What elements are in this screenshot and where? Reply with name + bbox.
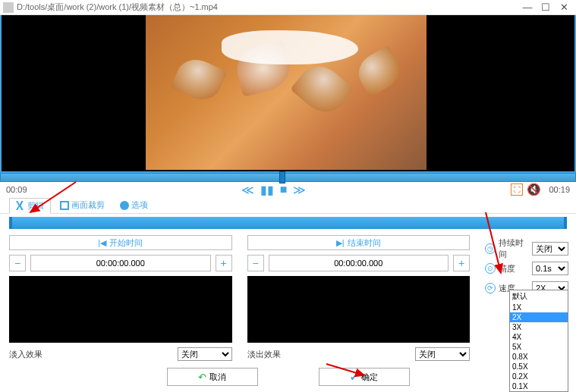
gear-icon	[120, 201, 129, 210]
start-marker-icon: |◀	[98, 238, 106, 248]
speed-option[interactable]: 3X	[510, 322, 568, 332]
transport-bar: 00:09 ≪ ▮▮ ■ ≫ ⛶ 🔇 00:19	[0, 182, 576, 197]
rewind-button[interactable]: ≪	[241, 183, 254, 197]
speed-icon: ⟳	[485, 283, 496, 293]
timeline-handle[interactable]	[279, 171, 285, 183]
fade-in-label: 淡入效果	[9, 349, 172, 360]
precision-select[interactable]: 0.1s	[532, 262, 568, 275]
end-preview	[247, 276, 471, 343]
dialog-buttons: ↶取消 ✔确定	[0, 368, 576, 386]
speed-option[interactable]: 5X	[510, 342, 568, 352]
speed-option[interactable]: 0.1X	[510, 381, 568, 391]
set-end-button[interactable]: ▶|结束时间	[247, 235, 471, 250]
video-frame	[146, 15, 426, 170]
undo-icon: ↶	[198, 372, 206, 383]
speed-option[interactable]: 0.2X	[510, 372, 568, 381]
precision-icon: ⊙	[485, 263, 496, 274]
timeline-slider[interactable]	[0, 173, 576, 182]
end-minus-button[interactable]: −	[247, 255, 264, 271]
start-time-input[interactable]	[30, 255, 211, 271]
start-plus-button[interactable]: +	[216, 255, 232, 271]
speed-option[interactable]: 2X	[510, 312, 568, 322]
scissors-icon	[16, 201, 25, 210]
set-start-button[interactable]: |◀开始时间	[9, 235, 232, 250]
start-minus-button[interactable]: −	[9, 255, 26, 271]
clock-icon: ◷	[485, 243, 496, 254]
crop-icon	[60, 201, 69, 210]
fade-out-select[interactable]: 关闭	[415, 347, 470, 361]
video-preview[interactable]	[0, 15, 576, 173]
stop-button[interactable]: ■	[280, 183, 288, 196]
end-panel: ▶|结束时间 − + 淡出效果 关闭	[247, 235, 471, 361]
minimize-button[interactable]: —	[518, 2, 537, 13]
fade-out-label: 淡出效果	[247, 349, 410, 360]
speed-option[interactable]: 默认	[510, 290, 568, 303]
end-plus-button[interactable]: +	[453, 255, 470, 271]
app-icon	[3, 2, 14, 13]
duration-label: 持续时间	[499, 237, 529, 260]
speed-option[interactable]: 1X	[510, 303, 568, 312]
tab-crop[interactable]: 画面裁剪	[54, 198, 111, 212]
speed-option[interactable]: 0.8X	[510, 352, 568, 362]
window-titlebar: D:/tools/桌面/work (2)/work (1)/视频素材（总）~1.…	[0, 0, 576, 15]
fade-in-select[interactable]: 关闭	[178, 347, 232, 361]
forward-button[interactable]: ≫	[293, 183, 306, 197]
check-icon: ✔	[350, 372, 358, 383]
tabs: 剪辑 画面裁剪 选项	[0, 197, 576, 214]
close-button[interactable]: ✕	[555, 2, 573, 13]
trim-range-bar[interactable]	[9, 217, 567, 229]
window-title: D:/tools/桌面/work (2)/work (1)/视频素材（总）~1.…	[17, 2, 218, 13]
end-marker-icon: ▶|	[336, 238, 345, 248]
duration-select[interactable]: 关闭	[532, 242, 568, 256]
ok-button[interactable]: ✔确定	[319, 368, 410, 386]
tab-trim[interactable]: 剪辑	[9, 198, 51, 214]
mute-icon[interactable]: 🔇	[527, 183, 540, 196]
speed-dropdown-list[interactable]: 默认1X2X3X4X5X0.8X0.5X0.2X0.1X	[509, 290, 568, 392]
maximize-button[interactable]: ☐	[537, 2, 555, 13]
pause-button[interactable]: ▮▮	[260, 183, 274, 197]
precision-label: 精度	[499, 263, 529, 274]
cancel-button[interactable]: ↶取消	[167, 368, 258, 386]
start-preview	[9, 276, 232, 343]
speed-option[interactable]: 4X	[510, 332, 568, 342]
snapshot-icon[interactable]: ⛶	[511, 183, 523, 196]
speed-option[interactable]: 0.5X	[510, 362, 568, 372]
total-time: 00:19	[540, 185, 570, 194]
tab-options[interactable]: 选项	[114, 198, 154, 212]
current-time: 00:09	[6, 185, 36, 194]
start-panel: |◀开始时间 − + 淡入效果 关闭	[9, 235, 232, 361]
end-time-input[interactable]	[269, 255, 449, 271]
